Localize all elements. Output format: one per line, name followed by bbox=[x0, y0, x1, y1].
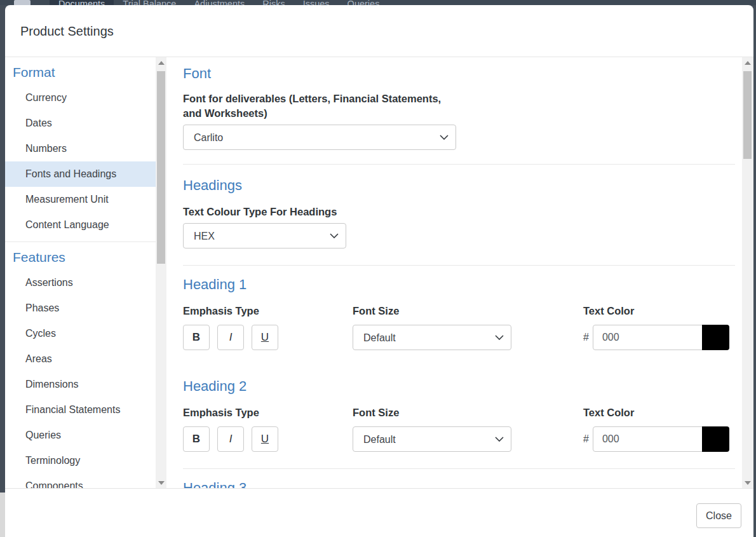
heading2-color-swatch[interactable] bbox=[702, 426, 729, 452]
heading1-font-size-select[interactable]: Default bbox=[353, 325, 511, 350]
section-divider bbox=[183, 265, 735, 266]
font-size-label: Font Size bbox=[353, 405, 583, 420]
font-section-title: Font bbox=[183, 65, 735, 83]
screen: Documents Trial Balance Adjustments Risk… bbox=[0, 0, 756, 537]
italic-button[interactable]: I bbox=[217, 426, 244, 452]
deliverables-font-select[interactable]: Carlito bbox=[183, 125, 456, 150]
heading1-color-input[interactable] bbox=[593, 325, 703, 350]
sidebar-item-assertions[interactable]: Assertions bbox=[5, 270, 156, 296]
section-divider bbox=[183, 468, 735, 469]
hash-prefix: # bbox=[583, 332, 589, 343]
heading2-font-size-select[interactable]: Default bbox=[353, 426, 511, 452]
sidebar-item-dimensions[interactable]: Dimensions bbox=[5, 372, 156, 397]
nav-tab-risks[interactable]: Risks bbox=[253, 0, 294, 5]
text-color-label: Text Color bbox=[583, 405, 729, 420]
heading1-row: Emphasis Type B I U Font Size Defau bbox=[183, 304, 735, 350]
sidebar-item-numbers[interactable]: Numbers bbox=[5, 136, 156, 161]
close-button[interactable]: Close bbox=[696, 503, 741, 528]
backdrop-left-bottom bbox=[0, 493, 5, 537]
heading1-color-swatch[interactable] bbox=[702, 325, 729, 350]
section-divider bbox=[183, 164, 735, 165]
nav-tab-trial-balance[interactable]: Trial Balance bbox=[114, 0, 185, 5]
scroll-down-icon[interactable] bbox=[742, 477, 753, 488]
nav-tab-adjustments[interactable]: Adjustments bbox=[185, 0, 253, 5]
sidebar-section-features: Features bbox=[5, 242, 156, 270]
settings-content: Font Font for deliverables (Letters, Fin… bbox=[166, 57, 753, 488]
backdrop-left bbox=[0, 5, 5, 493]
underline-button[interactable]: U bbox=[252, 426, 278, 452]
hash-prefix: # bbox=[583, 433, 589, 445]
sidebar-item-areas[interactable]: Areas bbox=[5, 346, 156, 372]
font-deliverables-label: Font for deliverables (Letters, Financia… bbox=[183, 92, 462, 121]
scroll-down-icon[interactable] bbox=[156, 477, 166, 488]
heading3-title: Heading 3 bbox=[183, 479, 735, 488]
sidebar-item-components[interactable]: Components bbox=[5, 473, 156, 488]
content-scrollbar-thumb[interactable] bbox=[743, 71, 752, 159]
scroll-up-icon[interactable] bbox=[742, 57, 753, 68]
headings-section-title: Headings bbox=[183, 177, 735, 194]
emphasis-type-label: Emphasis Type bbox=[183, 405, 353, 420]
sidebar-scrollbar[interactable] bbox=[156, 57, 166, 488]
text-color-label: Text Color bbox=[583, 304, 729, 318]
app-top-nav: Documents Trial Balance Adjustments Risk… bbox=[0, 0, 756, 5]
modal-footer: Close bbox=[5, 488, 753, 537]
sidebar-item-phases[interactable]: Phases bbox=[5, 296, 156, 321]
sidebar-item-cycles[interactable]: Cycles bbox=[5, 321, 156, 346]
nav-tab-issues[interactable]: Issues bbox=[294, 0, 339, 5]
modal-body: Format Currency Dates Numbers Fonts and … bbox=[5, 57, 753, 488]
sidebar-item-financial-statements[interactable]: Financial Statements bbox=[5, 397, 156, 423]
sidebar-item-currency[interactable]: Currency bbox=[5, 85, 156, 111]
sidebar-item-dates[interactable]: Dates bbox=[5, 111, 156, 136]
font-size-label: Font Size bbox=[353, 304, 583, 318]
colour-type-label: Text Colour Type For Headings bbox=[183, 205, 735, 219]
product-settings-modal: Product Settings Format Currency Dates N… bbox=[5, 5, 753, 537]
sidebar-section-format: Format bbox=[5, 57, 156, 85]
modal-header: Product Settings bbox=[5, 5, 753, 57]
settings-sidebar: Format Currency Dates Numbers Fonts and … bbox=[5, 57, 166, 488]
sidebar-item-terminology[interactable]: Terminology bbox=[5, 448, 156, 473]
content-scrollbar[interactable] bbox=[742, 57, 753, 488]
emphasis-type-label: Emphasis Type bbox=[183, 304, 353, 318]
sidebar-item-queries[interactable]: Queries bbox=[5, 423, 156, 448]
underline-button[interactable]: U bbox=[252, 325, 278, 350]
sidebar-item-measurement-unit[interactable]: Measurement Unit bbox=[5, 187, 156, 212]
nav-tab-documents[interactable]: Documents bbox=[50, 0, 114, 5]
scroll-up-icon[interactable] bbox=[156, 57, 166, 68]
sidebar-item-fonts-and-headings[interactable]: Fonts and Headings bbox=[5, 161, 156, 187]
sidebar-scrollbar-thumb[interactable] bbox=[157, 71, 165, 264]
heading2-color-input[interactable] bbox=[593, 426, 703, 452]
bold-button[interactable]: B bbox=[183, 325, 210, 350]
nav-tab-queries[interactable]: Queries bbox=[339, 0, 389, 5]
italic-button[interactable]: I bbox=[217, 325, 244, 350]
bold-button[interactable]: B bbox=[183, 426, 210, 452]
app-logo bbox=[14, 0, 30, 5]
heading2-row: Emphasis Type B I U Font Size Defau bbox=[183, 405, 735, 452]
modal-title: Product Settings bbox=[20, 24, 753, 39]
heading1-title: Heading 1 bbox=[183, 276, 735, 294]
colour-type-select[interactable]: HEX bbox=[183, 223, 346, 248]
sidebar-item-content-language[interactable]: Content Language bbox=[5, 212, 156, 238]
heading2-title: Heading 2 bbox=[183, 377, 735, 395]
